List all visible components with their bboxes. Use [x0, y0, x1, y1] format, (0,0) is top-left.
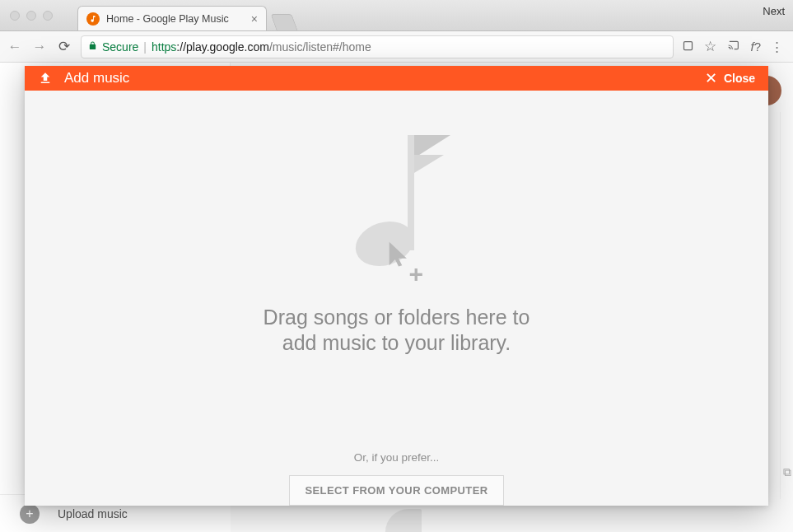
window-close-dot[interactable]: [10, 11, 20, 21]
modal-title: Add music: [64, 70, 129, 86]
reload-icon[interactable]: ⟳: [56, 38, 72, 55]
plus-icon: +: [409, 260, 424, 288]
back-icon[interactable]: ←: [7, 39, 23, 55]
add-music-modal: Add music ✕ Close + Drag songs or folder…: [25, 66, 768, 506]
drop-instructions: Drag songs or folders here to add music …: [264, 305, 530, 357]
window-zoom-dot[interactable]: [43, 11, 53, 21]
close-button[interactable]: ✕ Close: [705, 71, 755, 86]
drop-line-2: add music to your library.: [264, 330, 530, 356]
open-in-new-icon[interactable]: ⧉: [783, 465, 791, 479]
tab-close-icon[interactable]: ×: [251, 13, 258, 25]
address-bar[interactable]: Secure | https://play.google.com/music/l…: [81, 35, 674, 58]
cast-icon[interactable]: [726, 40, 740, 54]
upload-icon: [38, 71, 53, 86]
new-tab-button[interactable]: [270, 14, 297, 30]
svg-rect-0: [684, 41, 693, 49]
url-text: https://play.google.com/music/listen#/ho…: [152, 40, 371, 54]
browser-tab[interactable]: Home - Google Play Music ×: [77, 6, 267, 30]
browser-toolbar: ← → ⟳ Secure | https://play.google.com/m…: [0, 31, 793, 63]
or-prefer-label: Or, if you prefer...: [354, 451, 440, 464]
cursor-icon: [385, 236, 413, 275]
secure-label: Secure: [102, 40, 138, 54]
page-content: ⧉ + Upload music Add music ✕ Close: [0, 63, 793, 532]
svg-rect-1: [41, 82, 50, 83]
modal-header: Add music ✕ Close: [25, 66, 768, 91]
toolbar-right-icons: ☆ f? ⋮: [682, 38, 786, 55]
window-controls: [0, 11, 53, 21]
window-minimize-dot[interactable]: [26, 11, 36, 21]
close-icon: ✕: [705, 71, 717, 86]
next-label[interactable]: Next: [763, 5, 785, 17]
fontface-icon[interactable]: f?: [750, 40, 761, 54]
tab-title: Home - Google Play Music: [106, 13, 229, 25]
chrome-menu-icon[interactable]: ⋮: [771, 40, 783, 54]
music-note-upload-illustration: +: [360, 130, 459, 287]
favicon-play-music-icon: [86, 12, 100, 26]
scrollbar[interactable]: [780, 112, 793, 499]
modal-body[interactable]: + Drag songs or folders here to add musi…: [25, 91, 768, 506]
separator: |: [143, 40, 147, 54]
plus-circle-icon: +: [20, 504, 40, 524]
bookmark-star-icon[interactable]: ☆: [704, 38, 716, 55]
forward-icon: →: [31, 39, 48, 55]
drop-line-1: Drag songs or folders here to: [264, 305, 530, 330]
close-label: Close: [724, 72, 755, 85]
upload-music-label: Upload music: [58, 507, 128, 520]
select-from-computer-button[interactable]: SELECT FROM YOUR COMPUTER: [289, 475, 503, 506]
window-titlebar: Home - Google Play Music × Next: [0, 0, 793, 31]
lock-icon: [88, 40, 97, 54]
player-control-peek: [385, 509, 422, 532]
extension-icon[interactable]: [682, 40, 694, 54]
